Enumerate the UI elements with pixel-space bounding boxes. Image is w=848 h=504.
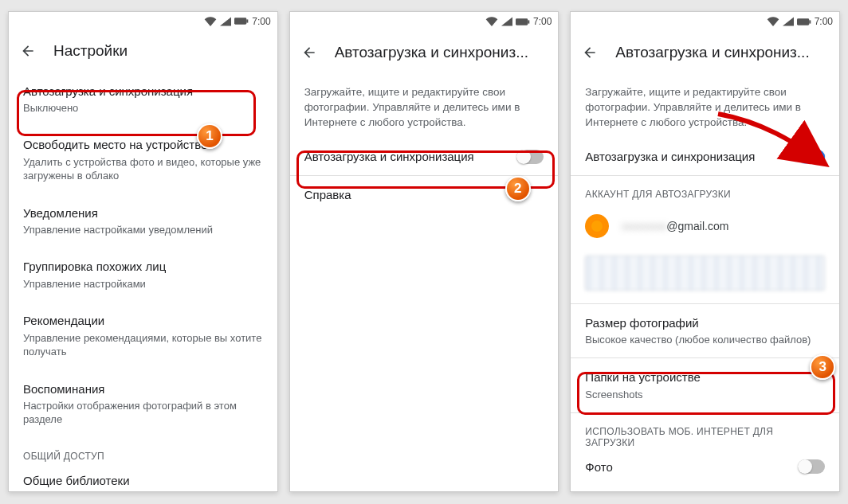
settings-item-memories[interactable]: Воспоминания Настройки отображения фотог… bbox=[9, 370, 277, 438]
backup-sync-toggle-row[interactable]: Автозагрузка и синхронизация bbox=[571, 139, 839, 175]
signal-icon bbox=[783, 17, 794, 26]
device-folders-item[interactable]: Папки на устройстве Screenshots bbox=[571, 358, 839, 412]
account-row[interactable]: xxxxxxxx@gmail.com bbox=[571, 205, 839, 248]
redacted-text: xxxxxxxx bbox=[622, 220, 666, 232]
item-subtitle: Выключено bbox=[23, 101, 263, 115]
phone-screen-3: 7:00 Автозагрузка и синхрониз... Загружа… bbox=[570, 11, 840, 492]
phone-screen-2: 7:00 Автозагрузка и синхрониз... Загружа… bbox=[289, 11, 559, 492]
item-title: Общие библиотеки bbox=[23, 473, 263, 489]
toggle-label: Автозагрузка и синхронизация bbox=[585, 150, 755, 163]
item-subtitle: Управление рекомендациями, которые вы хо… bbox=[23, 331, 263, 359]
phone-screen-1: 7:00 Настройки Автозагрузка и синхрониза… bbox=[8, 11, 278, 492]
back-arrow-icon[interactable] bbox=[301, 45, 317, 61]
item-title: Автозагрузка и синхронизация bbox=[23, 84, 263, 100]
settings-item-free-space[interactable]: Освободить место на устройстве Удалить с… bbox=[9, 126, 277, 193]
svg-rect-4 bbox=[797, 18, 809, 25]
item-subtitle: Управление настройками bbox=[23, 277, 263, 291]
mobile-data-photo-row[interactable]: Фото bbox=[571, 453, 839, 485]
item-title: Освободить место на устройстве bbox=[23, 137, 263, 153]
help-item[interactable]: Справка bbox=[290, 176, 559, 214]
page-title: Автозагрузка и синхрониз... bbox=[615, 44, 809, 61]
wifi-icon bbox=[485, 17, 498, 26]
battery-icon bbox=[797, 18, 811, 26]
sync-description: Загружайте, ищите и редактируйте свои фо… bbox=[290, 74, 559, 139]
svg-rect-2 bbox=[516, 18, 528, 25]
settings-item-backup-sync[interactable]: Автозагрузка и синхронизация Выключено bbox=[9, 72, 277, 127]
email-domain: @gmail.com bbox=[666, 220, 728, 232]
signal-icon bbox=[501, 17, 512, 26]
avatar-icon bbox=[585, 214, 609, 238]
wifi-icon bbox=[204, 17, 217, 26]
section-header-mobile-data: ИСПОЛЬЗОВАТЬ МОБ. ИНТЕРНЕТ ДЛЯ ЗАГРУЗКИ bbox=[571, 413, 839, 453]
item-title: Воспоминания bbox=[23, 381, 263, 397]
battery-icon bbox=[516, 18, 530, 26]
item-title: Уведомления bbox=[23, 205, 263, 221]
clock-text: 7:00 bbox=[815, 16, 833, 27]
back-arrow-icon[interactable] bbox=[20, 43, 36, 59]
upload-size-item[interactable]: Размер фотографий Высокое качество (любо… bbox=[571, 304, 839, 358]
toggle-switch-off[interactable] bbox=[516, 150, 544, 164]
item-title: Рекомендации bbox=[23, 313, 263, 329]
redacted-box bbox=[585, 256, 825, 291]
item-title: Группировка похожих лиц bbox=[23, 259, 263, 275]
battery-icon bbox=[234, 17, 249, 25]
app-header: Автозагрузка и синхрониз... bbox=[571, 31, 839, 74]
settings-item-notifications[interactable]: Уведомления Управление настройками уведо… bbox=[9, 194, 277, 248]
status-bar: 7:00 bbox=[290, 12, 559, 31]
toggle-label: Автозагрузка и синхронизация bbox=[304, 150, 474, 163]
svg-rect-0 bbox=[234, 18, 246, 24]
item-title: Папки на устройстве bbox=[585, 369, 825, 385]
svg-rect-1 bbox=[247, 20, 249, 23]
item-subtitle: Screenshots bbox=[585, 388, 825, 402]
item-subtitle: Удалить с устройства фото и видео, котор… bbox=[23, 155, 263, 183]
toggle-switch-on[interactable] bbox=[798, 150, 825, 164]
page-title: Автозагрузка и синхрониз... bbox=[335, 44, 528, 61]
sync-description: Загружайте, ищите и редактируйте свои фо… bbox=[571, 74, 839, 139]
section-header-account: АККАУНТ ДЛЯ АВТОЗАГРУЗКИ bbox=[571, 176, 839, 205]
back-arrow-icon[interactable] bbox=[582, 45, 598, 61]
item-subtitle: Высокое качество (любое количество файло… bbox=[585, 333, 825, 347]
page-title: Настройки bbox=[53, 42, 128, 60]
item-subtitle: Настройки отображения фотографий в этом … bbox=[23, 399, 263, 427]
section-header-sharing: ОБЩИЙ ДОСТУП bbox=[9, 438, 277, 467]
app-header: Автозагрузка и синхрониз... bbox=[290, 31, 559, 74]
clock-text: 7:00 bbox=[533, 16, 552, 27]
account-email: xxxxxxxx@gmail.com bbox=[622, 220, 728, 232]
status-bar: 7:00 bbox=[9, 12, 277, 30]
settings-item-face-grouping[interactable]: Группировка похожих лиц Управление настр… bbox=[9, 248, 277, 302]
clock-text: 7:00 bbox=[252, 16, 270, 27]
app-header: Настройки bbox=[9, 30, 277, 72]
item-title: Размер фотографий bbox=[585, 315, 825, 331]
svg-rect-5 bbox=[809, 20, 811, 23]
signal-icon bbox=[220, 17, 231, 26]
svg-rect-3 bbox=[528, 20, 529, 23]
settings-item-suggestions[interactable]: Рекомендации Управление рекомендациями, … bbox=[9, 302, 277, 369]
wifi-icon bbox=[767, 17, 779, 26]
item-subtitle: Управление настройками уведомлений bbox=[23, 223, 263, 237]
toggle-label: Фото bbox=[585, 460, 612, 474]
settings-item-shared-libraries[interactable]: Общие библиотеки bbox=[9, 467, 277, 491]
toggle-switch-off[interactable] bbox=[798, 459, 825, 474]
status-bar: 7:00 bbox=[571, 12, 839, 31]
backup-sync-toggle-row[interactable]: Автозагрузка и синхронизация bbox=[290, 139, 559, 175]
item-title: Справка bbox=[304, 187, 544, 203]
